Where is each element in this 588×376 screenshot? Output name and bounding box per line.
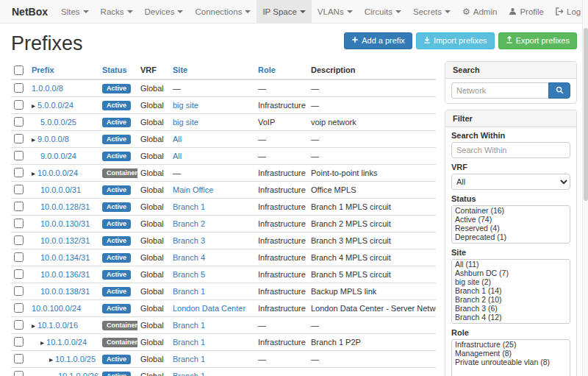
filter-option[interactable]: Reserved (4) <box>452 224 570 233</box>
prefix-link[interactable]: 9.0.0.0/8 <box>37 135 69 143</box>
search-button[interactable] <box>548 82 570 99</box>
column-header[interactable]: Status <box>99 61 137 79</box>
site-link[interactable]: Branch 1 <box>173 338 205 347</box>
row-checkbox[interactable] <box>14 83 24 93</box>
row-checkbox[interactable] <box>14 337 24 347</box>
filter-option[interactable]: Branch 1 (14) <box>452 286 570 295</box>
prefix-link[interactable]: 9.0.0.0/24 <box>40 152 76 160</box>
filter-option[interactable]: Branch 4 (12) <box>452 313 570 322</box>
site-link[interactable]: Branch 5 <box>173 270 205 279</box>
row-checkbox[interactable] <box>14 269 24 279</box>
site-link[interactable]: Branch 3 <box>173 236 205 245</box>
site-link[interactable]: Branch 2 <box>173 219 205 228</box>
page-scrollbar[interactable] <box>582 0 588 376</box>
column-header[interactable]: Prefix <box>29 61 99 79</box>
site-link[interactable]: Branch 1 <box>173 372 205 376</box>
prefix-link[interactable]: 5.0.0.0/24 <box>37 101 74 110</box>
prefix-link[interactable]: 5.0.0.0/25 <box>40 118 76 127</box>
nav-item[interactable]: VLANs <box>312 0 359 23</box>
row-checkbox[interactable] <box>14 168 24 177</box>
filter-option[interactable]: Infrastructure (25) <box>452 340 570 349</box>
prefix-link[interactable]: 10.0.100.0/24 <box>32 304 81 313</box>
site-link[interactable]: big site <box>173 118 198 127</box>
site-cell: Branch 1 <box>170 350 255 367</box>
filter-option[interactable]: Ashburn DC (7) <box>452 269 570 277</box>
filter-option[interactable]: Branch 5 (7) <box>452 322 570 324</box>
prefix-link[interactable]: 10.0.0.136/31 <box>40 270 90 279</box>
filter-option[interactable]: All (11) <box>452 260 570 269</box>
row-checkbox[interactable] <box>14 185 24 194</box>
row-checkbox[interactable] <box>14 117 24 127</box>
filter-option[interactable]: Private unrouteable vlan (8) <box>452 358 570 366</box>
site-link[interactable]: All <box>173 135 182 143</box>
prefix-link[interactable]: 10.1.0.0/24 <box>46 338 87 347</box>
site-link[interactable]: Branch 1 <box>173 321 205 330</box>
nav-item[interactable]: Circuits <box>359 0 407 23</box>
vrf-select[interactable]: All <box>451 174 570 190</box>
row-checkbox[interactable] <box>14 371 24 376</box>
nav-admin[interactable]: ⚙ Admin <box>456 0 503 23</box>
site-link[interactable]: Branch 1 <box>173 355 205 363</box>
row-checkbox[interactable] <box>14 151 24 160</box>
nav-profile[interactable]: Profile <box>503 0 550 23</box>
app-brand[interactable]: NetBox <box>4 0 55 23</box>
filter-option[interactable]: Container (16) <box>452 206 570 215</box>
row-checkbox[interactable] <box>14 320 24 330</box>
filter-option[interactable]: Branch 3 (6) <box>452 304 570 313</box>
column-header[interactable]: Role <box>255 61 308 79</box>
prefix-link[interactable]: 10.1.0.0/26 <box>58 372 98 376</box>
filter-option[interactable]: Management (8) <box>452 349 570 358</box>
prefix-link[interactable]: 10.0.0.132/31 <box>40 236 90 245</box>
site-listbox[interactable]: All (11)Ashburn DC (7)big site (2)Branch… <box>451 259 570 324</box>
prefix-link[interactable]: 10.0.0.0/31 <box>40 185 81 194</box>
tree-indent <box>32 291 40 292</box>
search-input[interactable] <box>451 82 548 99</box>
filter-option[interactable]: Active (74) <box>452 215 570 224</box>
row-checkbox[interactable] <box>14 252 24 262</box>
description-value: Branch 1 P2P <box>308 333 436 350</box>
prefix-link[interactable]: 10.0.0.0/24 <box>37 169 78 177</box>
site-link[interactable]: big site <box>173 101 198 110</box>
site-link[interactable]: Branch 1 <box>173 287 205 296</box>
description-value: voip network <box>308 113 436 130</box>
nav-item[interactable]: Racks <box>95 0 139 23</box>
site-link[interactable]: London Data Center <box>173 304 245 313</box>
nav-item[interactable]: IP Space <box>257 0 311 23</box>
site-link[interactable]: Main Office <box>173 185 213 194</box>
export-prefixes-button[interactable]: Export prefixes <box>498 32 577 49</box>
filter-option[interactable]: Deprecated (1) <box>452 233 570 241</box>
import-prefixes-button[interactable]: Import prefixes <box>416 32 495 49</box>
row-checkbox[interactable] <box>14 219 24 228</box>
filter-option[interactable]: Branch 2 (10) <box>452 295 570 304</box>
nav-item[interactable]: Devices <box>139 0 190 23</box>
filter-option[interactable]: big site (2) <box>452 277 570 286</box>
prefix-link[interactable]: 10.0.0.128/31 <box>40 202 90 211</box>
prefix-link[interactable]: 10.1.0.0/16 <box>37 321 78 330</box>
scrollbar-thumb[interactable] <box>584 28 588 201</box>
role-listbox[interactable]: Infrastructure (25)Management (8)Private… <box>451 339 570 376</box>
row-checkbox[interactable] <box>14 134 24 143</box>
row-checkbox[interactable] <box>14 235 24 245</box>
nav-item[interactable]: Sites <box>55 0 95 23</box>
status-listbox[interactable]: Container (16)Active (74)Reserved (4)Dep… <box>451 205 570 244</box>
search-within-input[interactable] <box>451 142 570 158</box>
site-link[interactable]: Branch 4 <box>173 253 205 262</box>
prefix-link[interactable]: 10.1.0.0/25 <box>55 355 96 363</box>
add-prefix-button[interactable]: Add a prefix <box>344 32 412 49</box>
row-checkbox[interactable] <box>14 202 24 211</box>
role-value: Infrastructure <box>255 266 308 283</box>
row-checkbox[interactable] <box>14 354 24 363</box>
select-all-checkbox[interactable] <box>14 65 24 75</box>
prefix-link[interactable]: 10.0.0.138/31 <box>40 287 90 296</box>
row-checkbox[interactable] <box>14 303 24 313</box>
prefix-link[interactable]: 10.0.0.130/31 <box>40 219 90 228</box>
prefix-link[interactable]: 10.0.0.134/31 <box>40 253 90 262</box>
site-link[interactable]: All <box>173 152 182 160</box>
column-header[interactable]: Site <box>170 61 255 79</box>
nav-item[interactable]: Connections <box>189 0 257 23</box>
row-checkbox[interactable] <box>14 286 24 296</box>
row-checkbox[interactable] <box>14 100 24 110</box>
site-link[interactable]: Branch 1 <box>173 202 205 211</box>
nav-item[interactable]: Secrets <box>407 0 456 23</box>
prefix-link[interactable]: 1.0.0.0/8 <box>32 84 63 93</box>
